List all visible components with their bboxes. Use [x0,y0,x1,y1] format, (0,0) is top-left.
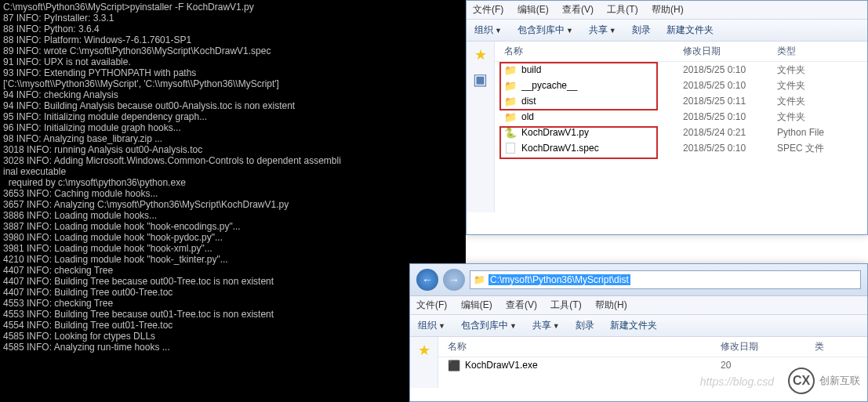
file-type: SPEC 文件 [777,142,867,155]
menu-edit[interactable]: 编辑(E) [518,4,549,15]
column-headers[interactable]: 名称 修改日期 类型 [495,42,867,62]
menu-help[interactable]: 帮助(H) [652,4,684,15]
col-date[interactable]: 修改日期 [683,45,777,58]
menu-help[interactable]: 帮助(H) [595,299,627,310]
file-date: 2018/5/25 0:10 [683,111,777,122]
file-row[interactable]: 📁__pycache__2018/5/25 0:10文件夹 [495,78,867,93]
column-headers[interactable]: 名称 修改日期 类 [438,337,867,357]
file-row[interactable]: KochDrawV1.spec2018/5/25 0:10SPEC 文件 [495,140,867,156]
file-name: build [521,64,541,75]
favorites-icon[interactable]: ★ [410,342,438,359]
menu-view[interactable]: 查看(V) [506,299,537,310]
col-date[interactable]: 修改日期 [721,340,815,353]
libraries-icon[interactable]: ▣ [467,70,494,89]
menu-view[interactable]: 查看(V) [562,4,594,15]
nav-forward-button[interactable]: → [443,269,465,291]
file-name: dist [521,96,536,107]
menu-edit[interactable]: 编辑(E) [461,299,492,310]
address-path: C:\mysoft\Python36\MyScript\dist [488,274,630,285]
toolbar-include[interactable]: 包含到库中▼ [461,319,517,332]
menu-file[interactable]: 文件(F) [416,299,447,310]
file-date: 2018/5/25 0:10 [683,80,777,91]
menu-tools[interactable]: 工具(T) [550,299,581,310]
file-row[interactable]: 📁build2018/5/25 0:10文件夹 [495,62,867,78]
file-row[interactable]: 🐍KochDrawV1.py2018/5/24 0:21Python File [495,125,867,140]
address-bar-row: ← → 📁 C:\mysoft\Python36\MyScript\dist [410,264,867,296]
file-date: 2018/5/25 0:10 [683,64,777,75]
exe-file-icon: ⬛ [448,359,460,371]
toolbar-share[interactable]: 共享▼ [532,319,560,332]
file-row[interactable]: 📁old2018/5/25 0:10文件夹 [495,109,867,125]
file-type: 文件夹 [777,95,867,108]
file-type: Python File [777,127,867,138]
file-name: __pycache__ [521,80,577,91]
toolbar-burn[interactable]: 刻录 [576,319,594,332]
folder-icon: 📁 [504,79,517,92]
toolbar-burn[interactable]: 刻录 [632,24,651,37]
watermark: CX 创新互联 [788,368,860,394]
toolbar-organize[interactable]: 组织▼ [418,319,445,332]
file-row[interactable]: 📁dist2018/5/25 0:11文件夹 [495,93,867,109]
file-date: 2018/5/25 0:10 [683,143,777,154]
file-type: 文件夹 [777,110,867,124]
file-name: KochDrawV1.py [521,127,589,138]
col-name[interactable]: 名称 [495,45,683,58]
explorer-window-myscript: 文件(F) 编辑(E) 查看(V) 工具(T) 帮助(H) 组织▼ 包含到库中▼… [466,0,868,235]
file-date: 2018/5/25 0:11 [683,96,777,107]
toolbar: 组织▼ 包含到库中▼ 共享▼ 刻录 新建文件夹 [410,315,867,337]
spec-file-icon [504,142,517,154]
folder-icon: 📁 [474,274,485,285]
col-type[interactable]: 类型 [777,45,867,58]
nav-pane: ★ ▣ [467,42,495,212]
menu-tools[interactable]: 工具(T) [607,4,637,15]
toolbar-organize[interactable]: 组织▼ [474,24,502,37]
nav-pane: ★ [410,337,438,388]
address-bar[interactable]: 📁 C:\mysoft\Python36\MyScript\dist [470,270,861,289]
watermark-logo-icon: CX [788,368,815,394]
toolbar-include[interactable]: 包含到库中▼ [518,24,573,37]
watermark-text: 创新互联 [819,374,860,388]
toolbar: 组织▼ 包含到库中▼ 共享▼ 刻录 新建文件夹 [467,20,867,42]
menu-file[interactable]: 文件(F) [473,4,503,15]
folder-icon: 📁 [504,110,517,123]
file-date: 2018/5/24 0:21 [683,127,777,138]
toolbar-newfolder[interactable]: 新建文件夹 [610,319,657,332]
col-type[interactable]: 类 [815,340,867,353]
nav-back-button[interactable]: ← [416,269,438,291]
toolbar-share[interactable]: 共享▼ [589,24,616,37]
command-prompt[interactable]: C:\mysoft\Python36\MyScript>pyinstaller … [0,0,466,402]
toolbar-newfolder[interactable]: 新建文件夹 [666,24,714,37]
file-name: old [521,111,534,122]
python-file-icon: 🐍 [504,126,517,139]
folder-icon: 📁 [504,95,517,107]
file-type: 文件夹 [777,63,867,77]
file-name: KochDrawV1.exe [465,360,538,371]
menu-bar: 文件(F) 编辑(E) 查看(V) 工具(T) 帮助(H) [467,1,867,20]
favorites-icon[interactable]: ★ [467,46,494,63]
menu-bar: 文件(F) 编辑(E) 查看(V) 工具(T) 帮助(H) [410,296,867,315]
file-list: 名称 修改日期 类型 📁build2018/5/25 0:10文件夹📁__pyc… [495,42,867,212]
folder-icon: 📁 [504,63,517,76]
col-name[interactable]: 名称 [438,340,721,353]
watermark-url: https://blog.csd [700,375,774,388]
file-name: KochDrawV1.spec [521,143,599,154]
file-type: 文件夹 [777,79,867,92]
